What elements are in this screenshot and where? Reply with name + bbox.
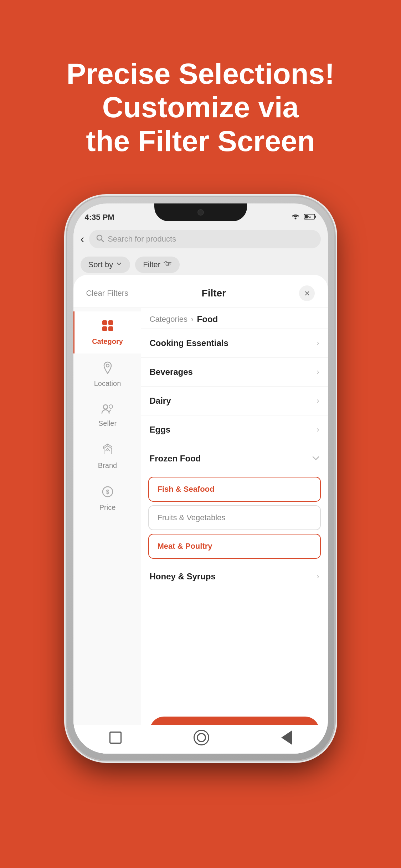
svg-point-19 bbox=[107, 449, 108, 450]
location-tab-label: Location bbox=[94, 379, 121, 388]
svg-point-18 bbox=[109, 405, 113, 408]
clear-filters-button[interactable]: Clear Filters bbox=[86, 289, 129, 298]
svg-point-10 bbox=[165, 261, 167, 263]
status-time: 4:35 PM bbox=[85, 213, 114, 222]
subcategory-fish-seafood[interactable]: Fish & Seafood bbox=[148, 477, 321, 502]
filter-content: Categories › Food Cooking Essentials › bbox=[141, 308, 328, 754]
filter-modal: Clear Filters Filter × bbox=[73, 275, 328, 754]
category-list: Cooking Essentials › Beverages › Dairy › bbox=[141, 329, 328, 711]
category-item-frozen-food[interactable]: Frozen Food bbox=[141, 444, 328, 473]
subcategory-fruits-vegetables[interactable]: Fruits & Vegetables bbox=[148, 505, 321, 530]
svg-point-0 bbox=[294, 217, 296, 219]
seller-icon bbox=[101, 403, 114, 417]
sidebar-item-category[interactable]: Category bbox=[73, 311, 141, 353]
chevron-right-icon: › bbox=[317, 396, 319, 405]
modal-title: Filter bbox=[202, 288, 226, 299]
phone-notch bbox=[154, 203, 247, 221]
sort-button[interactable]: Sort by bbox=[81, 257, 130, 273]
price-tab-label: Price bbox=[99, 503, 116, 512]
svg-text:24: 24 bbox=[307, 216, 310, 219]
chevron-right-icon: › bbox=[317, 425, 319, 434]
subcategory-meat-poultry[interactable]: Meat & Poultry bbox=[148, 534, 321, 559]
close-button[interactable]: × bbox=[299, 285, 315, 301]
svg-point-17 bbox=[103, 405, 108, 409]
filter-button[interactable]: Filter bbox=[135, 257, 180, 273]
svg-rect-12 bbox=[102, 320, 107, 325]
svg-rect-13 bbox=[108, 320, 113, 325]
sort-filter-row: Sort by Filter bbox=[73, 253, 328, 276]
breadcrumb-current: Food bbox=[197, 314, 218, 324]
category-tab-label: Category bbox=[92, 337, 123, 346]
price-icon: $ bbox=[101, 485, 114, 501]
svg-line-6 bbox=[101, 239, 103, 242]
chevron-right-icon: › bbox=[317, 339, 319, 348]
sidebar-item-price[interactable]: $ Price bbox=[73, 477, 141, 520]
status-icons: 24 bbox=[291, 213, 317, 222]
search-icon bbox=[96, 234, 104, 244]
phone-frame: 4:35 PM 24 bbox=[67, 197, 334, 760]
category-item-eggs[interactable]: Eggs › bbox=[141, 415, 328, 444]
battery-icon: 24 bbox=[304, 213, 317, 222]
phone-screen: 4:35 PM 24 bbox=[73, 203, 328, 754]
search-placeholder: Search for products bbox=[108, 234, 176, 244]
svg-point-16 bbox=[106, 364, 109, 367]
breadcrumb-arrow-icon: › bbox=[191, 315, 194, 323]
chevron-right-icon: › bbox=[317, 367, 319, 377]
hero-section: Precise Selections! Customize via the Fi… bbox=[0, 0, 401, 197]
svg-text:$: $ bbox=[106, 489, 109, 495]
notch-camera bbox=[197, 209, 204, 216]
svg-rect-15 bbox=[108, 326, 113, 331]
chevron-right-icon: › bbox=[317, 572, 319, 581]
brand-icon bbox=[102, 443, 113, 459]
brand-tab-label: Brand bbox=[98, 461, 117, 470]
chevron-down-icon bbox=[312, 454, 319, 463]
seller-tab-label: Seller bbox=[98, 419, 117, 428]
category-icon bbox=[101, 319, 114, 335]
sidebar-item-location[interactable]: Location bbox=[73, 353, 141, 396]
wifi-icon bbox=[291, 213, 300, 222]
chevron-down-icon bbox=[116, 260, 122, 269]
svg-rect-3 bbox=[315, 216, 316, 218]
category-item-dairy[interactable]: Dairy › bbox=[141, 387, 328, 415]
home-circle-button[interactable] bbox=[194, 730, 209, 745]
hero-title: Precise Selections! Customize via the Fi… bbox=[21, 29, 380, 179]
home-square-button[interactable] bbox=[109, 732, 122, 744]
search-box[interactable]: Search for products bbox=[89, 230, 320, 248]
category-item-beverages[interactable]: Beverages › bbox=[141, 358, 328, 387]
svg-point-11 bbox=[169, 263, 170, 265]
back-button[interactable]: ‹ bbox=[81, 232, 84, 246]
home-back-button[interactable] bbox=[281, 730, 292, 745]
breadcrumb: Categories › Food bbox=[141, 308, 328, 329]
sidebar-item-brand[interactable]: Brand bbox=[73, 435, 141, 477]
location-icon bbox=[102, 361, 113, 377]
home-bar bbox=[73, 725, 328, 754]
modal-body: Category Location bbox=[73, 308, 328, 754]
category-item-cooking-essentials[interactable]: Cooking Essentials › bbox=[141, 329, 328, 358]
filter-sidebar: Category Location bbox=[73, 308, 141, 754]
modal-header: Clear Filters Filter × bbox=[73, 275, 328, 308]
svg-rect-14 bbox=[102, 326, 107, 331]
search-area: ‹ Search for products bbox=[73, 225, 328, 253]
filter-icon bbox=[163, 260, 172, 269]
breadcrumb-parent: Categories bbox=[150, 315, 187, 324]
category-item-honey-syrups[interactable]: Honey & Syrups › bbox=[141, 562, 328, 584]
sidebar-item-seller[interactable]: Seller bbox=[73, 396, 141, 435]
